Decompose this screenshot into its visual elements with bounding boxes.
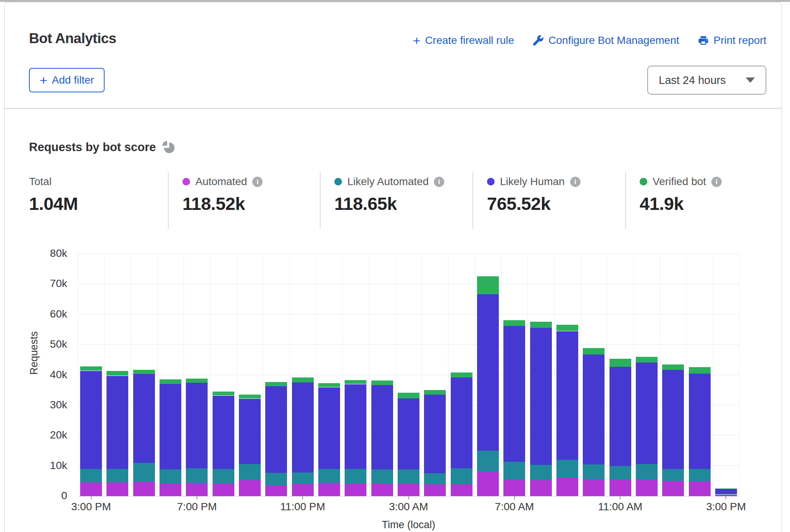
configure-bot-management-link[interactable]: Configure Bot Management — [532, 34, 679, 47]
bar-segment[interactable] — [133, 374, 155, 463]
bar-segment[interactable] — [609, 367, 631, 466]
bar-segment[interactable] — [689, 481, 711, 496]
bar-segment[interactable] — [265, 485, 287, 496]
bar-segment[interactable] — [106, 371, 128, 376]
bar-segment[interactable] — [556, 478, 578, 496]
bar-segment[interactable] — [106, 469, 128, 482]
bar-segment[interactable] — [186, 379, 208, 383]
create-firewall-rule-link[interactable]: + Create firewall rule — [413, 34, 514, 47]
bar-segment[interactable] — [689, 374, 711, 469]
bar-segment[interactable] — [662, 481, 684, 496]
bar-segment[interactable] — [451, 372, 472, 377]
bar-segment[interactable] — [477, 471, 499, 496]
bar-segment[interactable] — [345, 469, 366, 484]
bar-segment[interactable] — [80, 469, 102, 482]
bar-segment[interactable] — [424, 390, 446, 395]
bar-segment[interactable] — [239, 480, 261, 496]
print-report-link[interactable]: Print report — [698, 34, 767, 47]
bar-segment[interactable] — [583, 348, 605, 355]
info-icon[interactable]: i — [711, 177, 722, 187]
info-icon[interactable]: i — [434, 177, 444, 187]
bar-segment[interactable] — [715, 489, 737, 494]
bar-segment[interactable] — [345, 384, 366, 469]
bar-segment[interactable] — [106, 376, 128, 469]
bar-segment[interactable] — [133, 463, 155, 482]
bar-segment[interactable] — [80, 366, 102, 371]
bar-segment[interactable] — [636, 464, 658, 479]
bar-segment[interactable] — [186, 483, 208, 496]
bar-segment[interactable] — [556, 460, 578, 478]
bar-segment[interactable] — [398, 393, 419, 398]
bar-segment[interactable] — [477, 294, 499, 451]
bar-segment[interactable] — [213, 469, 234, 484]
bar-segment[interactable] — [371, 469, 393, 484]
bar-segment[interactable] — [160, 469, 181, 484]
bar-segment[interactable] — [477, 451, 499, 471]
bar-segment[interactable] — [265, 386, 287, 473]
bar-segment[interactable] — [451, 468, 472, 484]
bar-segment[interactable] — [503, 462, 525, 480]
bar-segment[interactable] — [636, 357, 658, 363]
bar-segment[interactable] — [292, 382, 314, 472]
bar-segment[interactable] — [662, 364, 684, 370]
bar-segment[interactable] — [160, 484, 181, 496]
bar-segment[interactable] — [689, 469, 711, 481]
bar-segment[interactable] — [186, 383, 208, 468]
info-icon[interactable]: i — [252, 177, 263, 187]
add-filter-button[interactable]: + Add filter — [29, 68, 105, 92]
bar-segment[interactable] — [265, 473, 287, 485]
bar-segment[interactable] — [292, 484, 314, 496]
bar-segment[interactable] — [556, 325, 578, 331]
bar-segment[interactable] — [186, 468, 208, 483]
bar-segment[interactable] — [345, 484, 366, 496]
bar-segment[interactable] — [318, 387, 340, 469]
bar-segment[interactable] — [583, 479, 605, 496]
bar-segment[interactable] — [715, 495, 737, 495]
bar-segment[interactable] — [133, 370, 155, 374]
bar-segment[interactable] — [318, 483, 340, 496]
bar-segment[interactable] — [662, 370, 684, 469]
bar-segment[interactable] — [239, 399, 261, 464]
bar-segment[interactable] — [80, 371, 102, 469]
bar-segment[interactable] — [530, 465, 552, 480]
bar-segment[interactable] — [292, 377, 314, 382]
bar-segment[interactable] — [503, 326, 525, 462]
bar-segment[interactable] — [80, 482, 102, 496]
bar-segment[interactable] — [371, 380, 393, 385]
bar-segment[interactable] — [530, 480, 552, 496]
bar-segment[interactable] — [556, 331, 578, 460]
bar-segment[interactable] — [318, 383, 340, 387]
info-icon[interactable]: i — [570, 177, 580, 187]
bar-segment[interactable] — [371, 385, 393, 469]
bar-segment[interactable] — [689, 367, 711, 374]
bar-segment[interactable] — [398, 398, 419, 469]
bar-segment[interactable] — [609, 359, 631, 367]
bar-segment[interactable] — [636, 363, 658, 464]
bar-segment[interactable] — [292, 472, 314, 484]
bar-segment[interactable] — [213, 396, 234, 469]
bar-segment[interactable] — [609, 466, 631, 480]
bar-segment[interactable] — [398, 484, 419, 496]
bar-segment[interactable] — [213, 392, 234, 395]
bar-segment[interactable] — [318, 469, 340, 483]
bar-segment[interactable] — [398, 469, 419, 484]
bar-segment[interactable] — [424, 473, 446, 484]
bar-segment[interactable] — [451, 484, 472, 496]
bar-segment[interactable] — [213, 484, 234, 496]
bar-segment[interactable] — [503, 480, 525, 496]
bar-segment[interactable] — [503, 320, 525, 326]
bar-segment[interactable] — [160, 384, 181, 469]
bar-segment[interactable] — [715, 488, 737, 489]
bar-segment[interactable] — [583, 464, 605, 479]
bar-segment[interactable] — [662, 469, 684, 481]
time-range-select[interactable]: Last 24 hours — [647, 66, 766, 95]
bar-segment[interactable] — [530, 327, 552, 465]
bar-segment[interactable] — [371, 484, 393, 496]
bar-segment[interactable] — [424, 395, 446, 473]
bar-segment[interactable] — [583, 354, 605, 464]
bar-segment[interactable] — [636, 479, 658, 496]
bar-segment[interactable] — [239, 464, 261, 480]
bar-segment[interactable] — [477, 276, 499, 294]
bar-segment[interactable] — [239, 395, 261, 398]
bar-segment[interactable] — [265, 382, 287, 386]
